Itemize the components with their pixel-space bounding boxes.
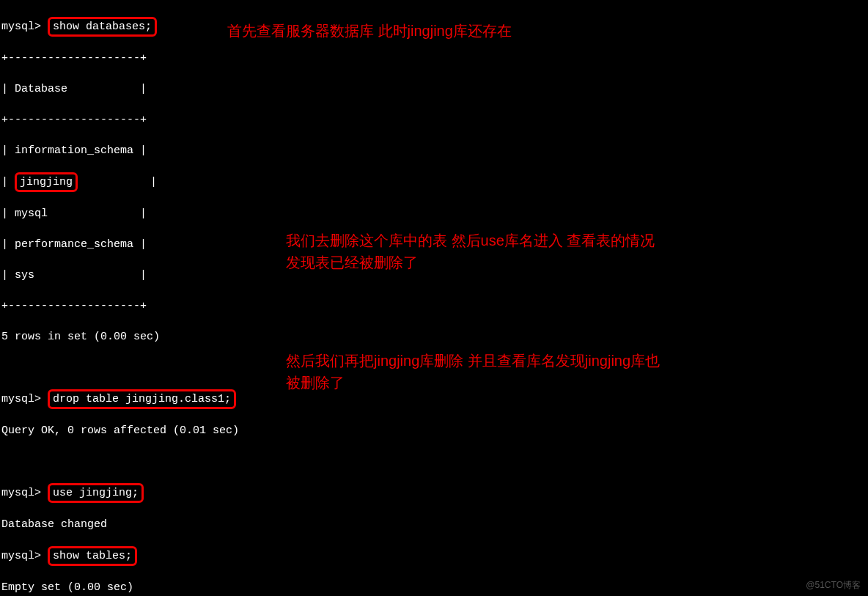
terminal-output: mysql> show databases; +----------------… — [1, 3, 867, 596]
table-separator: +--------------------+ — [1, 112, 867, 128]
table-header: | Database | — [1, 81, 867, 97]
db-jingjing-highlighted: jingjing — [15, 172, 78, 192]
prompt: mysql> — [1, 21, 48, 33]
watermark: @51CTO博客 — [806, 579, 861, 592]
table-separator: +--------------------+ — [1, 298, 867, 314]
cmd-show-databases-1: show databases; — [48, 17, 157, 37]
prompt: mysql> — [1, 393, 48, 405]
result-db-changed: Database changed — [1, 517, 867, 532]
annotation-1: 首先查看服务器数据库 此时jingjing库还存在 — [227, 21, 512, 41]
result-rows: 5 rows in set (0.00 sec) — [1, 329, 867, 345]
annotation-2a: 我们去删除这个库中的表 然后use库名进入 查看表的情况 — [286, 230, 655, 251]
prompt: mysql> — [1, 550, 48, 562]
table-row: | information_schema | — [1, 143, 867, 158]
table-row: | mysql | — [1, 206, 867, 221]
annotation-3b: 被删除了 — [286, 372, 345, 393]
cmd-show-tables: show tables; — [48, 546, 137, 566]
annotation-2b: 发现表已经被删除了 — [286, 252, 418, 273]
cmd-drop-table: drop table jingjing.class1; — [48, 389, 236, 409]
table-row: | jingjing | — [1, 174, 867, 191]
table-separator: +--------------------+ — [1, 51, 867, 66]
result-empty: Empty set (0.00 sec) — [1, 580, 867, 595]
annotation-3a: 然后我们再把jingjing库删除 并且查看库名发现jingjing库也 — [286, 350, 660, 371]
result-ok: Query OK, 0 rows affected (0.01 sec) — [1, 423, 867, 438]
cmd-use-db: use jingjing; — [48, 483, 144, 503]
prompt: mysql> — [1, 487, 48, 499]
table-row: | sys | — [1, 268, 867, 283]
